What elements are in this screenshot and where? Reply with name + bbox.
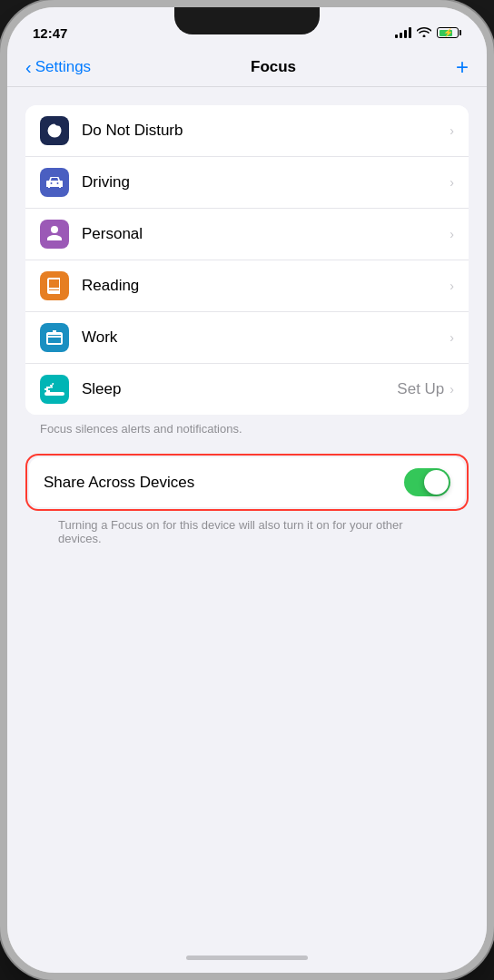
list-item[interactable]: Driving › <box>25 157 469 209</box>
section-footer-text: Focus silences alerts and notifications. <box>40 422 242 436</box>
do-not-disturb-label: Do Not Disturb <box>82 122 450 140</box>
toggle-description-text: Turning a Focus on for this device will … <box>58 518 403 545</box>
personal-icon <box>40 220 69 249</box>
chevron-icon: › <box>450 227 454 241</box>
section-footer: Focus silences alerts and notifications. <box>7 415 487 454</box>
battery-icon: ⚡ <box>437 27 461 38</box>
signal-icon <box>395 27 411 38</box>
wifi-icon <box>417 26 431 40</box>
toggle-description: Turning a Focus on for this device will … <box>25 511 469 545</box>
reading-icon <box>40 271 69 300</box>
do-not-disturb-right: › <box>450 123 454 138</box>
list-item[interactable]: Do Not Disturb › <box>25 105 469 157</box>
nav-bar: ‹ Settings Focus + <box>7 47 487 87</box>
list-item[interactable]: Personal › <box>25 209 469 260</box>
volume-up-button <box>0 198 4 257</box>
list-item[interactable]: Reading › <box>25 260 469 312</box>
list-item[interactable]: Work › <box>25 312 469 364</box>
work-icon <box>40 323 69 352</box>
reading-right: › <box>450 279 454 293</box>
back-chevron-icon: ‹ <box>25 58 32 76</box>
status-time: 12:47 <box>33 25 67 41</box>
toggle-thumb <box>424 470 449 495</box>
chevron-icon: › <box>450 123 454 138</box>
focus-list: Do Not Disturb › Driving › <box>25 105 469 415</box>
chevron-icon: › <box>450 279 454 293</box>
driving-icon <box>40 168 69 197</box>
sleep-icon <box>40 375 69 404</box>
page-title: Focus <box>251 58 296 76</box>
driving-label: Driving <box>82 173 450 191</box>
notch <box>174 7 320 34</box>
do-not-disturb-icon <box>40 116 69 145</box>
add-button[interactable]: + <box>456 56 469 78</box>
power-button <box>490 189 494 270</box>
sleep-right: Set Up › <box>397 380 454 398</box>
screen-content: Do Not Disturb › Driving › <box>7 87 487 942</box>
work-label: Work <box>82 328 450 347</box>
personal-right: › <box>450 227 454 241</box>
toggle-label: Share Across Devices <box>44 474 194 492</box>
svg-rect-0 <box>44 392 64 396</box>
home-bar <box>186 956 308 960</box>
toggle-section: Share Across Devices Turning a Focus on … <box>25 454 469 545</box>
phone-frame: 12:47 ⚡ ‹ Set <box>0 0 494 980</box>
driving-right: › <box>450 175 454 190</box>
chevron-icon: › <box>450 175 454 190</box>
status-icons: ⚡ <box>395 26 461 40</box>
mute-button <box>0 143 4 180</box>
back-button[interactable]: ‹ Settings <box>25 58 91 76</box>
share-across-devices-row[interactable]: Share Across Devices <box>29 457 465 507</box>
list-item[interactable]: Sleep Set Up › <box>25 364 469 415</box>
reading-label: Reading <box>82 277 450 295</box>
work-right: › <box>450 330 454 345</box>
home-indicator <box>7 942 487 973</box>
sleep-label: Sleep <box>82 380 397 398</box>
volume-down-button <box>0 275 4 334</box>
personal-label: Personal <box>82 225 450 243</box>
chevron-icon: › <box>450 382 454 397</box>
share-across-devices-toggle[interactable] <box>404 468 450 496</box>
setup-label: Set Up <box>397 380 444 398</box>
back-label: Settings <box>35 58 91 76</box>
toggle-row-wrapper: Share Across Devices <box>25 454 469 511</box>
chevron-icon: › <box>450 330 454 345</box>
